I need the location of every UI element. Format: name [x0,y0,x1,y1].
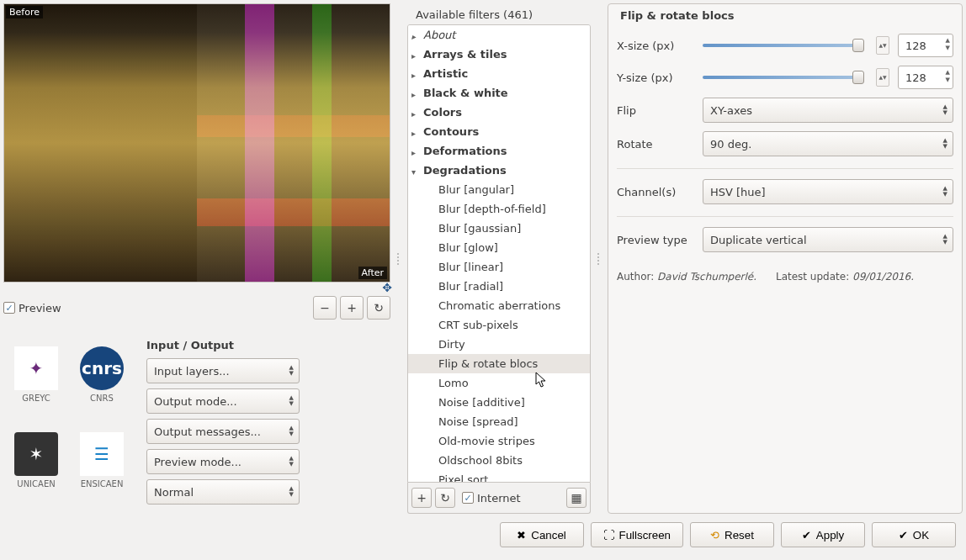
logos: ✦ GREYC cnrs CNRS ✶ UNICAEN ☰ ENSICAEN [3,338,134,510]
filter-item[interactable]: Dirty [408,335,590,354]
ysize-input[interactable]: 128▲▼ [898,66,953,89]
filter-category-artistic[interactable]: ▸Artistic [408,64,590,83]
close-icon: ✖ [517,529,526,542]
preview-controls-row: Preview − + ↻ [3,296,390,320]
normal-combo[interactable]: Normal▲▼ [146,479,300,505]
filter-toolbar: + ↻ Internet ▦ [407,483,591,514]
filter-item[interactable]: Pixel sort [408,470,590,483]
fullscreen-button[interactable]: ⛶Fullscreen [591,522,683,547]
io-panel: Input / Output Input layers...▲▼ Output … [141,338,390,510]
preview-type-select[interactable]: Duplicate vertical▲▼ [703,227,953,252]
channels-select[interactable]: HSV [hue]▲▼ [703,179,953,204]
pane-resize-handle[interactable] [395,3,402,514]
preview-checkbox-label: Preview [19,302,61,314]
preview-before-image [4,4,197,282]
ysize-reset[interactable]: ▲▼ [876,68,889,87]
filter-item[interactable]: Blur [angular] [408,180,590,199]
move-handle-icon[interactable]: ✥ [382,281,392,294]
zoom-out-button[interactable]: − [313,296,337,320]
minus-icon: − [320,301,330,314]
filter-item[interactable]: CRT sub-pixels [408,315,590,335]
preview-mode-combo[interactable]: Preview mode...▲▼ [146,449,300,474]
input-layers-combo[interactable]: Input layers...▲▼ [146,358,300,383]
filter-category-deformations[interactable]: ▸Deformations [408,141,590,161]
preview-checkbox[interactable]: Preview [3,302,61,314]
logo-unicaen: ✶ UNICAEN [10,432,62,511]
filter-item[interactable]: Blur [depth-of-field] [408,199,590,219]
reset-zoom-button[interactable]: ↻ [367,296,390,320]
chevron-right-icon: ▸ [411,68,416,82]
filter-meta: Author: David Tschumperlé. Latest update… [617,271,953,283]
left-column: Before After ✥ Preview − + ↻ ✦ GREYC [3,3,390,514]
filter-item[interactable]: Blur [glow] [408,238,590,257]
xsize-input[interactable]: 128▲▼ [898,34,953,57]
logo-greyc: ✦ GREYC [10,346,62,425]
fullscreen-icon: ⛶ [603,529,614,542]
flip-select[interactable]: XY-axes▲▼ [703,98,953,123]
output-messages-combo[interactable]: Output messages...▲▼ [146,419,300,444]
after-badge: After [358,267,387,279]
chevron-right-icon: ▸ [411,29,416,44]
refresh-icon: ↻ [374,301,384,314]
ysize-label: Y-size (px) [617,71,694,84]
rotate-select[interactable]: 90 deg.▲▼ [703,131,953,156]
ok-button[interactable]: ✔OK [872,522,956,547]
spinner-icon: ▲▼ [946,69,950,84]
cancel-button[interactable]: ✖Cancel [500,522,584,547]
filter-tree[interactable]: ▸About ▸Arrays & tiles ▸Artistic ▸Black … [407,24,591,483]
dialog-footer: ✖Cancel ⛶Fullscreen ⟲Reset ✔Apply ✔OK [0,517,966,552]
reset-button[interactable]: ⟲Reset [690,522,774,547]
preview-type-label: Preview type [617,234,694,246]
preview-pane[interactable]: Before After [3,3,390,283]
reset-icon: ⟲ [710,529,719,542]
filter-item[interactable]: Blur [radial] [408,277,590,296]
chevron-right-icon: ▸ [411,49,416,63]
check-icon: ✔ [802,529,811,542]
logo-cnrs: cnrs CNRS [76,346,128,425]
channels-label: Channel(s) [617,186,694,198]
chevron-right-icon: ▸ [411,107,416,121]
filter-item[interactable]: Oldschool 8bits [408,451,590,470]
filter-category-arrays-tiles[interactable]: ▸Arrays & tiles [408,45,590,64]
filter-category-degradations[interactable]: ▾Degradations [408,161,590,180]
pane-resize-handle[interactable] [596,3,602,514]
plus-icon: + [347,301,357,314]
spinner-icon: ▲▼ [946,37,950,52]
filters-header: Available filters (461) [407,3,591,24]
filter-item[interactable]: Blur [gaussian] [408,219,590,238]
chevron-down-icon: ▾ [411,165,416,179]
filter-title: Flip & rotate blocs [617,9,953,22]
filter-item[interactable]: Chromatic aberrations [408,296,590,315]
ysize-slider[interactable] [703,68,864,87]
filter-item[interactable]: Blur [linear] [408,257,590,277]
check-icon: ✔ [899,529,908,542]
filter-category-contours[interactable]: ▸Contours [408,122,590,141]
refresh-filters-button[interactable]: ↻ [435,488,455,508]
filter-item[interactable]: Noise [spread] [408,412,590,431]
add-filter-button[interactable]: + [411,488,432,508]
checkbox-icon [3,302,15,314]
filter-item[interactable]: Old-movie stripes [408,431,590,451]
filter-item[interactable]: Lomo [408,373,590,393]
expand-all-button[interactable]: ▦ [566,488,586,508]
flip-label: Flip [617,104,694,117]
zoom-in-button[interactable]: + [340,296,364,320]
filter-category-black-white[interactable]: ▸Black & white [408,83,590,103]
internet-checkbox[interactable]: Internet [462,492,521,505]
xsize-reset[interactable]: ▲▼ [876,36,889,55]
filter-item[interactable]: Flip & rotate blocs [408,354,590,373]
filter-category-colors[interactable]: ▸Colors [408,103,590,122]
rotate-label: Rotate [617,138,694,151]
checkbox-icon [462,492,474,504]
filter-item[interactable]: Noise [additive] [408,393,590,412]
filter-params-panel: Flip & rotate blocs X-size (px) ▲▼ 128▲▼… [608,3,963,514]
chevron-right-icon: ▸ [411,145,416,160]
xsize-slider[interactable] [703,36,864,55]
chevron-right-icon: ▸ [411,87,416,102]
apply-button[interactable]: ✔Apply [781,522,865,547]
xsize-label: X-size (px) [617,40,694,52]
preview-after-image [197,4,390,282]
logo-ensicaen: ☰ ENSICAEN [76,432,128,511]
output-mode-combo[interactable]: Output mode...▲▼ [146,388,300,414]
filter-category-about[interactable]: ▸About [408,25,590,45]
